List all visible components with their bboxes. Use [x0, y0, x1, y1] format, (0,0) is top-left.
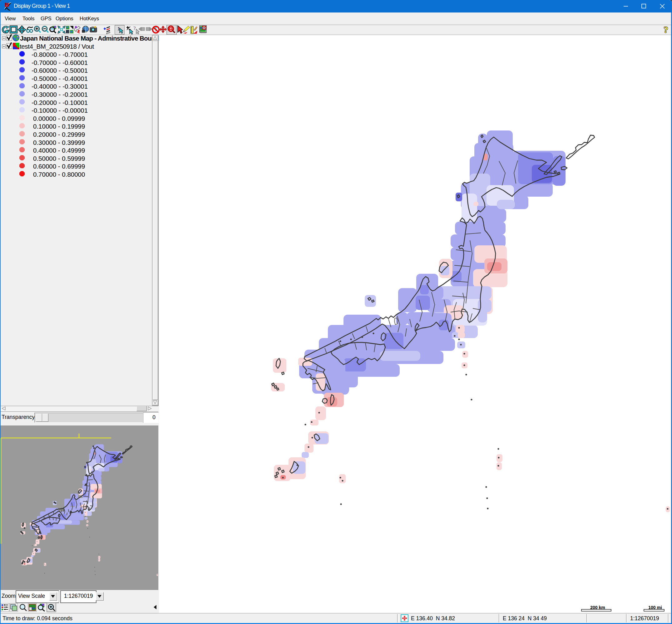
svg-text:?: ?	[133, 25, 136, 31]
svg-text:?: ?	[664, 25, 668, 35]
